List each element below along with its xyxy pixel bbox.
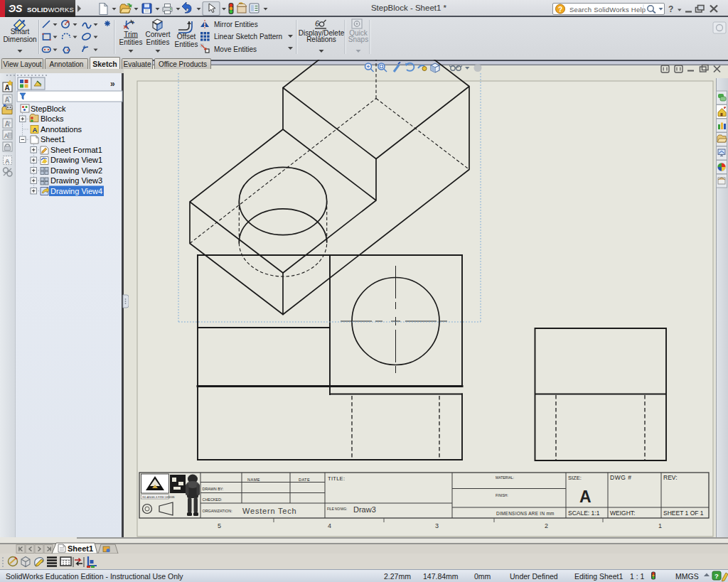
svg-text:REV:: REV: — [663, 474, 678, 481]
svg-text:4: 4 — [328, 522, 331, 529]
svg-text:?: ? — [668, 4, 673, 14]
svg-text:1: 1 — [658, 522, 662, 529]
svg-text:Drawing View3: Drawing View3 — [50, 176, 102, 185]
svg-text:Western Tech: Western Tech — [242, 507, 296, 515]
svg-text:5: 5 — [218, 522, 221, 529]
svg-text:SCALE: 1:1: SCALE: 1:1 — [568, 510, 600, 517]
svg-text:A: A — [579, 487, 592, 506]
svg-text:DIMENSIONS ARE IN mm: DIMENSIONS ARE IN mm — [496, 511, 555, 516]
svg-text:Draw3: Draw3 — [353, 505, 376, 514]
svg-text:WEIGHT:: WEIGHT: — [610, 510, 635, 517]
svg-text:2: 2 — [545, 522, 548, 529]
svg-text:Smart: Smart — [11, 28, 30, 36]
svg-text:NAME: NAME — [247, 478, 260, 482]
svg-text:Offset: Offset — [177, 33, 196, 41]
svg-text:MATERIAL:: MATERIAL: — [496, 475, 514, 480]
svg-text:FINISH:: FINISH: — [496, 493, 508, 497]
svg-text:TITLE:: TITLE: — [328, 475, 345, 482]
svg-text:Entities: Entities — [175, 41, 198, 48]
svg-text:A: A — [5, 158, 10, 165]
svg-text:Sheet1: Sheet1 — [41, 135, 65, 144]
svg-text:Mirror Entities: Mirror Entities — [214, 21, 258, 28]
svg-text:Drawing View4: Drawing View4 — [50, 187, 102, 195]
svg-text:Trim: Trim — [124, 31, 138, 38]
svg-text:?: ? — [714, 572, 719, 580]
svg-text:SIZE:: SIZE: — [568, 475, 582, 481]
svg-text:SHEET 1 OF 1: SHEET 1 OF 1 — [663, 510, 704, 517]
svg-text:Annotations: Annotations — [41, 125, 82, 134]
svg-text:3: 3 — [435, 522, 439, 529]
svg-text:Entities: Entities — [146, 38, 170, 46]
svg-text:ISD ANGELS FIRE DESIGN: ISD ANGELS FIRE DESIGN — [142, 496, 175, 499]
svg-text:?: ? — [558, 6, 562, 14]
svg-text:Dimension: Dimension — [3, 36, 36, 43]
svg-text:Move Entities: Move Entities — [214, 45, 257, 53]
svg-text:Blocks: Blocks — [41, 114, 64, 123]
svg-text:CHECKED:: CHECKED: — [203, 497, 223, 502]
svg-text:Drawing View2: Drawing View2 — [50, 166, 102, 175]
svg-text:FILE NO/WG:: FILE NO/WG: — [327, 507, 347, 511]
svg-text:DRAWN BY:: DRAWN BY: — [203, 487, 224, 491]
svg-text:A: A — [33, 126, 38, 134]
svg-text:Sheet1: Sheet1 — [68, 544, 93, 553]
svg-text:Sheet Format1: Sheet Format1 — [50, 146, 102, 154]
svg-text:Linear Sketch Pattern: Linear Sketch Pattern — [214, 33, 282, 41]
svg-text:DATE: DATE — [299, 478, 310, 482]
svg-text:StepBlock: StepBlock — [31, 104, 66, 113]
svg-text:Snaps: Snaps — [348, 36, 368, 43]
svg-text:»: » — [110, 79, 115, 89]
svg-text:Convert: Convert — [145, 31, 170, 38]
svg-text:ORGANIZATION:: ORGANIZATION: — [203, 509, 232, 513]
svg-text:Drawing View1: Drawing View1 — [50, 156, 102, 164]
svg-text:Relations: Relations — [306, 36, 336, 43]
svg-text:DWG #: DWG # — [610, 474, 631, 481]
svg-text:Entities: Entities — [119, 38, 143, 46]
